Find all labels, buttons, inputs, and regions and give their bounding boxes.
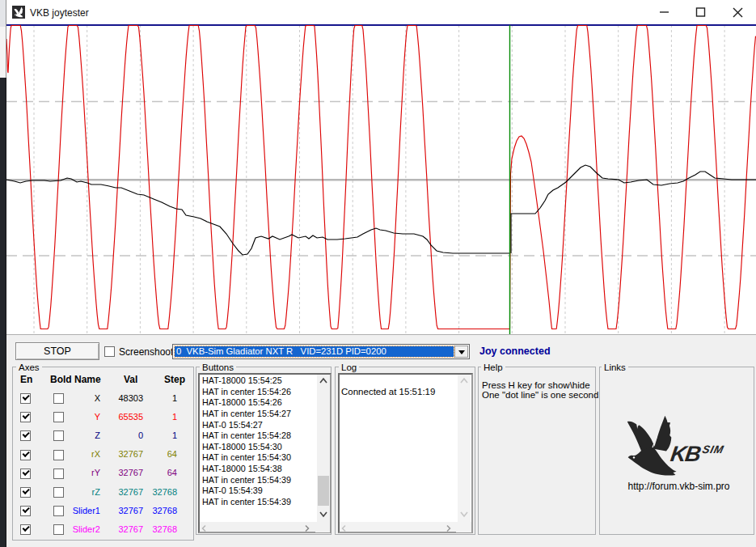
- svg-text:KB: KB: [669, 441, 703, 466]
- svg-text:SIM: SIM: [701, 443, 725, 456]
